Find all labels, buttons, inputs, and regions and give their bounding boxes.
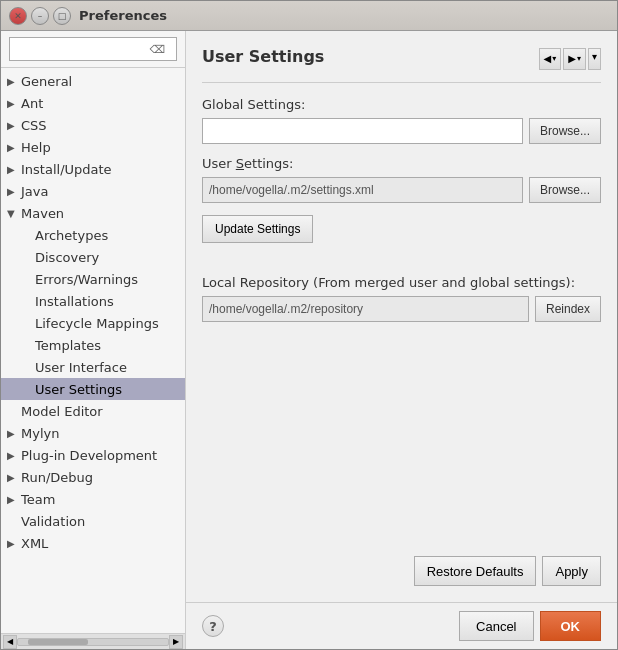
sidebar-item-maven[interactable]: ▼ Maven	[1, 202, 185, 224]
sidebar-item-label: Discovery	[35, 250, 99, 265]
sidebar-item-label: Lifecycle Mappings	[35, 316, 159, 331]
sidebar-item-label: Install/Update	[21, 162, 112, 177]
reindex-button[interactable]: Reindex	[535, 296, 601, 322]
arrow-icon: ▼	[7, 208, 21, 219]
scroll-right-arrow[interactable]: ▶	[169, 635, 183, 649]
nav-menu-button[interactable]: ▾	[588, 48, 601, 70]
sidebar-tree: ▶ General ▶ Ant ▶ CSS ▶ Help ▶ Install	[1, 68, 185, 633]
titlebar: ✕ – □ Preferences	[1, 1, 617, 31]
forward-button[interactable]: ▶ ▾	[563, 48, 586, 70]
back-down-icon: ▾	[552, 54, 556, 63]
arrow-icon: ▶	[7, 428, 21, 439]
preferences-window: ✕ – □ Preferences ⌫ ▶ General ▶	[0, 0, 618, 650]
arrow-icon: ▶	[7, 76, 21, 87]
forward-arrow-icon: ▶	[568, 53, 576, 64]
browse-user-button[interactable]: Browse...	[529, 177, 601, 203]
sidebar-item-label: CSS	[21, 118, 47, 133]
arrow-icon: ▶	[7, 98, 21, 109]
arrow-icon: ▶	[7, 494, 21, 505]
sidebar-item-label: Archetypes	[35, 228, 108, 243]
sidebar-item-templates[interactable]: Templates	[1, 334, 185, 356]
minimize-button[interactable]: –	[31, 7, 49, 25]
back-arrow-icon: ◀	[544, 53, 552, 64]
sidebar-item-label: Validation	[21, 514, 85, 529]
arrow-icon: ▶	[7, 120, 21, 131]
sidebar-item-label: Run/Debug	[21, 470, 93, 485]
menu-down-icon: ▾	[592, 51, 597, 62]
sidebar-item-user-settings[interactable]: User Settings	[1, 378, 185, 400]
sidebar-item-errors-warnings[interactable]: Errors/Warnings	[1, 268, 185, 290]
sidebar-item-css[interactable]: ▶ CSS	[1, 114, 185, 136]
sidebar-item-label: User Interface	[35, 360, 127, 375]
sidebar-item-validation[interactable]: Validation	[1, 510, 185, 532]
sidebar-item-label: Templates	[35, 338, 101, 353]
ok-button[interactable]: OK	[540, 611, 602, 641]
sidebar-item-label: Mylyn	[21, 426, 59, 441]
local-repo-input[interactable]	[202, 296, 529, 322]
scroll-track[interactable]	[17, 638, 169, 646]
sidebar-item-label: General	[21, 74, 72, 89]
sidebar-item-mylyn[interactable]: ▶ Mylyn	[1, 422, 185, 444]
global-settings-label: Global Settings:	[202, 97, 601, 112]
sidebar-item-xml[interactable]: ▶ XML	[1, 532, 185, 554]
sidebar-item-plugin-development[interactable]: ▶ Plug-in Development	[1, 444, 185, 466]
scroll-left-arrow[interactable]: ◀	[3, 635, 17, 649]
sidebar-item-user-interface[interactable]: User Interface	[1, 356, 185, 378]
sidebar-item-archetypes[interactable]: Archetypes	[1, 224, 185, 246]
help-icon[interactable]: ?	[202, 615, 224, 637]
browse-global-button[interactable]: Browse...	[529, 118, 601, 144]
back-button[interactable]: ◀ ▾	[539, 48, 562, 70]
global-settings-input[interactable]	[202, 118, 523, 144]
sidebar-item-label: Installations	[35, 294, 114, 309]
global-settings-row: Browse...	[202, 118, 601, 144]
titlebar-buttons: ✕ – □	[9, 7, 71, 25]
bottom-buttons: ? Cancel OK	[186, 602, 617, 649]
forward-down-icon: ▾	[577, 54, 581, 63]
search-container: ⌫	[1, 31, 185, 68]
sidebar-item-install-update[interactable]: ▶ Install/Update	[1, 158, 185, 180]
content-title: User Settings	[202, 47, 324, 70]
close-button[interactable]: ✕	[9, 7, 27, 25]
local-repo-row: Reindex	[202, 296, 601, 322]
main-content: ⌫ ▶ General ▶ Ant ▶ CSS ▶	[1, 31, 617, 649]
sidebar-item-label: Ant	[21, 96, 43, 111]
maximize-button[interactable]: □	[53, 7, 71, 25]
sidebar-item-ant[interactable]: ▶ Ant	[1, 92, 185, 114]
sidebar-item-lifecycle-mappings[interactable]: Lifecycle Mappings	[1, 312, 185, 334]
arrow-icon: ▶	[7, 538, 21, 549]
arrow-icon: ▶	[7, 142, 21, 153]
local-repo-label: Local Repository (From merged user and g…	[202, 275, 601, 290]
cancel-button[interactable]: Cancel	[459, 611, 533, 641]
clear-search-icon[interactable]: ⌫	[149, 43, 165, 56]
sidebar-item-label: Plug-in Development	[21, 448, 157, 463]
user-settings-input[interactable]	[202, 177, 523, 203]
user-settings-row: Browse...	[202, 177, 601, 203]
sidebar-item-run-debug[interactable]: ▶ Run/Debug	[1, 466, 185, 488]
sidebar-item-installations[interactable]: Installations	[1, 290, 185, 312]
arrow-icon: ▶	[7, 186, 21, 197]
sidebar-item-label: Model Editor	[21, 404, 103, 419]
apply-button[interactable]: Apply	[542, 556, 601, 586]
sidebar-item-label: Team	[21, 492, 55, 507]
sidebar-item-label: Maven	[21, 206, 64, 221]
sidebar: ⌫ ▶ General ▶ Ant ▶ CSS ▶	[1, 31, 186, 649]
sidebar-item-label: XML	[21, 536, 48, 551]
user-settings-label: User Settings:	[202, 156, 601, 171]
sidebar-item-team[interactable]: ▶ Team	[1, 488, 185, 510]
sidebar-item-general[interactable]: ▶ General	[1, 70, 185, 92]
update-settings-button[interactable]: Update Settings	[202, 215, 313, 243]
sidebar-item-discovery[interactable]: Discovery	[1, 246, 185, 268]
restore-defaults-button[interactable]: Restore Defaults	[414, 556, 537, 586]
sidebar-item-java[interactable]: ▶ Java	[1, 180, 185, 202]
search-wrapper: ⌫	[9, 37, 177, 61]
nav-arrows: ◀ ▾ ▶ ▾ ▾	[539, 48, 601, 70]
arrow-icon: ▶	[7, 472, 21, 483]
sidebar-item-label: Errors/Warnings	[35, 272, 138, 287]
sidebar-item-model-editor[interactable]: Model Editor	[1, 400, 185, 422]
scroll-thumb	[28, 639, 88, 645]
sidebar-item-label: Help	[21, 140, 51, 155]
sidebar-scrollbar[interactable]: ◀ ▶	[1, 633, 185, 649]
window-title: Preferences	[79, 8, 167, 23]
sidebar-item-help[interactable]: ▶ Help	[1, 136, 185, 158]
sidebar-item-label: Java	[21, 184, 48, 199]
